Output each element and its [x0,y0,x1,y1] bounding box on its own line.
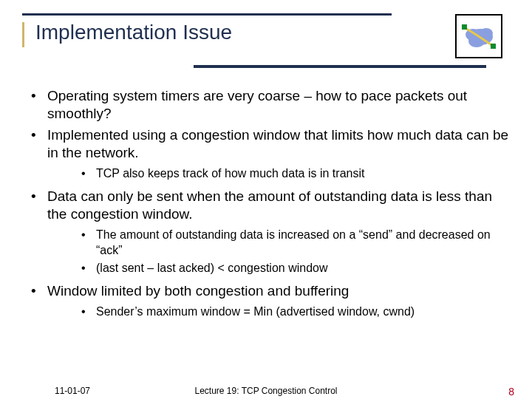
title-accent-tick [22,22,24,47]
svg-rect-5 [491,44,496,49]
footer-page-number: 8 [508,386,514,398]
bullet-text: Data can only be sent when the amount of… [47,188,492,222]
cloud-network-icon [455,14,502,58]
slide-body: Operating system timers are very coarse … [27,87,510,326]
bullet-level2: The amount of outstanding data is increa… [47,228,510,258]
bullet-level2: TCP also keeps track of how much data is… [47,166,510,181]
footer-lecture: Lecture 19: TCP Congestion Control [194,386,337,396]
bullet-level1: Data can only be sent when the amount of… [27,188,510,276]
bullet-level2: Sender’s maximum window = Min (advertise… [47,304,510,319]
slide: Implementation Issue Operating system ti… [0,0,532,399]
bullet-text: TCP also keeps track of how much data is… [96,167,364,180]
slide-title: Implementation Issue [35,21,232,44]
title-rule-bottom [194,65,486,68]
bullet-text: The amount of outstanding data is increa… [96,228,491,256]
svg-rect-4 [462,24,467,30]
bullet-level1: Operating system timers are very coarse … [27,87,510,123]
bullet-text: Sender’s maximum window = Min (advertise… [96,305,415,318]
bullet-level1: Implemented using a congestion window th… [27,126,510,182]
footer-date: 11-01-07 [55,386,90,396]
bullet-text: Window limited by both congestion and bu… [47,283,349,299]
bullet-text: Implemented using a congestion window th… [47,127,508,160]
svg-point-3 [468,35,485,47]
title-rule-top [22,13,392,16]
bullet-text: Operating system timers are very coarse … [47,88,467,121]
bullet-level1: Window limited by both congestion and bu… [27,282,510,320]
bullet-text: (last sent – last acked) < congestion wi… [96,262,328,274]
bullet-level2: (last sent – last acked) < congestion wi… [47,261,510,276]
